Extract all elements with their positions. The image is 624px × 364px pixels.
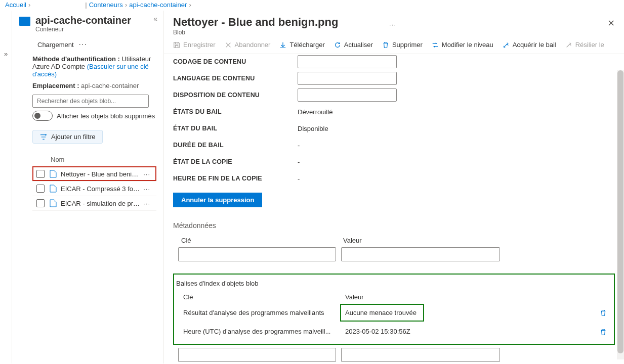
prop-val-copy-end: - [298, 175, 300, 183]
delete-icon [382, 41, 389, 49]
meta-value-header: Valeur [343, 237, 615, 244]
container-title: api-cache-container [35, 15, 148, 26]
expand-icon[interactable]: » [4, 50, 8, 363]
row-more-icon[interactable]: ··· [140, 170, 153, 178]
blob-row[interactable]: EICAR - simulation de progr... ··· [32, 196, 156, 211]
column-name: Nom [32, 156, 156, 163]
tag-key-input[interactable] [178, 348, 336, 362]
upload-label: Chargement [37, 41, 74, 49]
tag-value-header: Valeur [345, 293, 611, 301]
download-button[interactable]: Télécharger [279, 41, 324, 49]
row-name: EICAR - Compressé 3 fois... [61, 185, 140, 193]
filter-add-icon [40, 133, 47, 141]
pipe-icon: | [85, 1, 87, 9]
change-tier-icon [432, 41, 439, 49]
acquire-lease-button[interactable]: Acquérir le bail [503, 41, 556, 49]
prop-val-copy-state: - [298, 158, 300, 166]
tag-value-input[interactable] [341, 348, 500, 362]
save-icon [173, 41, 180, 49]
prop-val-lease-states: Déverrouillé [298, 108, 332, 116]
crumb-home[interactable]: Accueil [5, 1, 26, 9]
show-deleted-label: Afficher les objets blob supprimés [57, 112, 155, 120]
blob-list: Nom Nettoyer - Blue and benign... ··· EI… [32, 156, 156, 211]
add-filter-label: Ajouter un filtre [51, 133, 95, 141]
undo-delete-button[interactable]: Annuler la suppression [173, 193, 262, 207]
scrollbar-thumb[interactable] [617, 70, 623, 353]
file-icon [50, 170, 57, 178]
release-icon [565, 41, 572, 49]
acquire-icon [503, 41, 510, 49]
prop-input-encoding[interactable] [298, 55, 397, 68]
tag-key-header: Clé [183, 293, 345, 301]
row-checkbox[interactable] [36, 185, 45, 193]
tag-row: Résultat d'analyse des programmes malvei… [175, 301, 611, 325]
location-line: Emplacement : api-cache-container [32, 82, 156, 89]
tag-delete-icon[interactable] [600, 309, 607, 317]
nav-rail: » [0, 11, 12, 363]
scrollbar-track[interactable] [617, 70, 624, 359]
chevron-right-icon: › [28, 1, 30, 9]
row-more-icon[interactable]: ··· [140, 185, 153, 193]
more-icon[interactable]: ··· [79, 40, 87, 49]
container-subtitle: Conteneur [35, 26, 148, 33]
prop-key-encoding: CODAGE DE CONTENU [173, 58, 298, 65]
crumb-container[interactable]: api-cache-container [129, 1, 187, 9]
blob-row[interactable]: EICAR - Compressé 3 fois... ··· [32, 181, 156, 196]
row-checkbox[interactable] [36, 170, 45, 178]
refresh-button[interactable]: Actualiser [334, 41, 373, 49]
add-filter-button[interactable]: Ajouter un filtre [32, 130, 103, 144]
refresh-icon [334, 41, 341, 49]
prop-input-language[interactable] [298, 72, 397, 85]
meta-key-header: Clé [181, 237, 343, 244]
delete-button[interactable]: Supprimer [382, 41, 423, 49]
download-icon [279, 41, 286, 49]
release-lease-button[interactable]: Résilier le [565, 41, 604, 49]
tag-delete-icon[interactable] [600, 328, 607, 336]
prop-key-lease-state: ÉTAT DU BAIL [173, 125, 298, 132]
metadata-heading: Métadonnées [173, 221, 615, 230]
prop-key-language: LANGUAGE DE CONTENU [173, 75, 298, 82]
close-icon[interactable]: ✕ [607, 18, 615, 29]
collapse-left-icon[interactable]: « [153, 15, 157, 23]
tag-key: Heure (UTC) d'analyse des programmes mal… [183, 328, 345, 335]
discard-button[interactable]: Abandonner [225, 41, 271, 49]
change-tier-button[interactable]: Modifier le niveau [432, 41, 493, 49]
upload-button[interactable]: Chargement [34, 41, 74, 49]
meta-key-input[interactable] [178, 247, 336, 261]
discard-icon [225, 41, 232, 49]
prop-key-copy-end: HEURE DE FIN DE LA COPIE [173, 175, 298, 182]
search-blobs-input[interactable] [32, 95, 149, 108]
prop-input-disposition[interactable] [298, 88, 397, 102]
breadcrumb: Accueil › | Conteneurs › api-cache-conta… [0, 0, 624, 11]
prop-val-lease-state: Disponible [298, 125, 328, 132]
blob-subtitle: Blob [173, 29, 384, 36]
row-checkbox[interactable] [36, 199, 45, 207]
row-name: EICAR - simulation de progr... [61, 200, 140, 207]
show-deleted-toggle[interactable] [32, 111, 53, 121]
tag-row: Heure (UTC) d'analyse des programmes mal… [175, 325, 611, 339]
row-name: Nettoyer - Blue and benign... [61, 170, 140, 178]
index-tags-heading: Balises d'index d'objets blob [175, 280, 611, 287]
blob-row[interactable]: Nettoyer - Blue and benign... ··· [32, 166, 156, 181]
container-icon [19, 17, 30, 26]
prop-key-disposition: DISPOSITION DE CONTENU [173, 92, 298, 99]
prop-key-lease-states: ÉTATS DU BAIL [173, 108, 298, 115]
index-tags-section: Balises d'index d'objets blob Clé Valeur… [173, 274, 615, 345]
auth-method: Méthode d'authentification : Utilisateur… [32, 55, 156, 78]
file-icon [50, 185, 57, 193]
blob-title: Nettoyer - Blue and benign.png [173, 16, 384, 29]
prop-key-copy-state: ÉTAT DE LA COPIE [173, 158, 298, 165]
save-button[interactable]: Enregistrer [173, 41, 216, 49]
chevron-right-icon: › [189, 1, 191, 9]
blob-more-icon[interactable]: ··· [389, 21, 396, 28]
row-more-icon[interactable]: ··· [140, 200, 153, 207]
file-icon [50, 199, 57, 207]
meta-value-input[interactable] [341, 247, 500, 261]
tag-value: 2023-05-02 15:30:56Z [345, 328, 496, 335]
crumb-containers[interactable]: Conteneurs [89, 1, 123, 9]
tag-key: Résultat d'analyse des programmes malvei… [183, 309, 345, 316]
tag-value: Aucune menace trouvée [340, 304, 424, 322]
right-panel: Nettoyer - Blue and benign.png Blob ··· … [164, 11, 624, 363]
command-bar: Enregistrer Abandonner Télécharger Actua… [164, 37, 624, 54]
chevron-right-icon: › [125, 1, 127, 9]
